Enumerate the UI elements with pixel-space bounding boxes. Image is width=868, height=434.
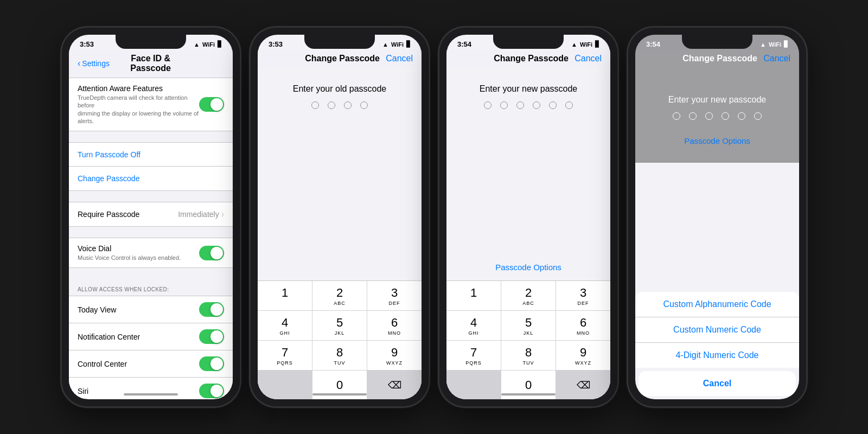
require-passcode-right: Immediately	[178, 209, 224, 219]
key-9-2[interactable]: 9 WXYZ	[367, 341, 422, 370]
nav-bar-2: Change Passcode Cancel	[258, 50, 422, 68]
time-4: 3:54	[646, 40, 660, 48]
nav-bar-1: ‹ Settings Face ID & Passcode	[69, 50, 233, 78]
require-passcode-item[interactable]: Require Passcode Immediately	[69, 202, 233, 226]
key-1-2[interactable]: 1	[258, 281, 312, 310]
passcode-options-link-4[interactable]: Passcode Options	[684, 136, 750, 145]
custom-numeric-item[interactable]: Custom Numeric Code	[635, 317, 799, 343]
dot-3-6	[565, 101, 573, 109]
dot-3-3	[516, 101, 524, 109]
key-5-2[interactable]: 5 JKL	[312, 311, 367, 340]
notification-center-item: Notification Center	[69, 323, 233, 350]
battery-icon-2: ▊	[406, 41, 411, 48]
key-2-2[interactable]: 2 ABC	[312, 281, 367, 310]
change-passcode-title: Change Passcode	[78, 174, 139, 183]
key-7-2[interactable]: 7 PQRS	[258, 341, 312, 370]
siri-toggle[interactable]	[199, 384, 224, 398]
locked-section-header: ALLOW ACCESS WHEN LOCKED:	[69, 279, 233, 296]
nav-bar-3: Change Passcode Cancel	[446, 50, 610, 68]
dot-2-2	[328, 101, 335, 109]
control-center-item: Control Center	[69, 350, 233, 378]
attention-toggle[interactable]	[199, 97, 224, 112]
cancel-button-4[interactable]: Cancel	[763, 54, 790, 63]
dot-3-2	[500, 101, 508, 109]
passcode-options-link-3[interactable]: Passcode Options	[495, 263, 561, 272]
signal-icon-2: ▲	[382, 41, 388, 48]
key-4-2[interactable]: 4 GHI	[258, 311, 312, 340]
voice-dial-left: Voice Dial Music Voice Control is always…	[78, 244, 199, 261]
passcode-prompt-2: Enter your old passcode	[282, 84, 398, 94]
wifi-icon-2: WiFi	[391, 41, 404, 48]
passcode-dots-3	[484, 101, 573, 109]
options-list-4: Custom Alphanumeric Code Custom Numeric …	[635, 292, 799, 368]
attention-subtitle: TrueDepth camera will check for attentio…	[78, 94, 199, 125]
iphone-1-screen: 3:53 ▲ WiFi ▊ ‹ Settings Face ID & Passc…	[69, 35, 233, 399]
back-label-1[interactable]: Settings	[82, 59, 110, 68]
battery-icon-1: ▊	[218, 41, 222, 48]
dot-4-1	[673, 112, 680, 120]
status-icons-4: ▲ WiFi ▊	[760, 41, 788, 48]
options-sheet-4: Custom Alphanumeric Code Custom Numeric …	[635, 292, 799, 399]
dot-4-6	[754, 112, 762, 120]
passcode-group: Turn Passcode Off Change Passcode	[69, 142, 233, 191]
today-view-toggle[interactable]	[199, 302, 224, 317]
key-6-3[interactable]: 6 MNO	[556, 311, 610, 340]
require-passcode-title: Require Passcode	[78, 210, 139, 219]
nav-title-2: Change Passcode	[305, 54, 380, 63]
attention-item: Attention Aware Features TrueDepth camer…	[69, 78, 233, 131]
wifi-icon-1: WiFi	[202, 41, 215, 48]
notification-center-toggle[interactable]	[199, 329, 224, 344]
key-delete-2[interactable]: ⌫	[367, 371, 422, 399]
battery-icon-4: ▊	[784, 41, 788, 48]
iphone-4: 3:54 ▲ WiFi ▊ Change Passcode Cancel Ent…	[628, 27, 807, 407]
options-cancel-item[interactable]: Cancel	[639, 371, 796, 396]
nav-title-3: Change Passcode	[494, 54, 569, 63]
today-view-title: Today View	[78, 305, 116, 314]
key-delete-3[interactable]: ⌫	[556, 371, 610, 399]
locked-group: Today View Notification Center Control C…	[69, 296, 233, 399]
key-9-3[interactable]: 9 WXYZ	[556, 341, 610, 370]
dot-3-4	[533, 101, 540, 109]
notch-4	[682, 35, 752, 49]
iphone-2-screen: 3:53 ▲ WiFi ▊ Change Passcode Cancel Ent…	[258, 35, 422, 399]
signal-icon-1: ▲	[194, 41, 200, 48]
key-8-2[interactable]: 8 TUV	[312, 341, 367, 370]
key-8-3[interactable]: 8 TUV	[501, 341, 556, 370]
phones-container: 3:53 ▲ WiFi ▊ ‹ Settings Face ID & Passc…	[61, 27, 807, 407]
control-center-title: Control Center	[78, 360, 127, 368]
key-3-2[interactable]: 3 DEF	[367, 281, 422, 310]
notch-2	[304, 35, 375, 49]
back-button-1[interactable]: ‹ Settings	[78, 59, 110, 68]
settings-content-1: Attention Aware Features TrueDepth camer…	[69, 78, 233, 399]
key-4-3[interactable]: 4 GHI	[446, 311, 501, 340]
custom-alphanumeric-item[interactable]: Custom Alphanumeric Code	[635, 292, 799, 317]
attention-title: Attention Aware Features	[78, 84, 199, 93]
key-5-3[interactable]: 5 JKL	[501, 311, 556, 340]
voice-dial-toggle[interactable]	[199, 246, 224, 260]
numpad-2: 1 2 ABC 3 DEF 4 GHI	[258, 280, 422, 399]
four-digit-numeric-item[interactable]: 4-Digit Numeric Code	[635, 343, 799, 368]
wifi-icon-4: WiFi	[769, 41, 781, 48]
require-passcode-group: Require Passcode Immediately	[69, 202, 233, 227]
status-icons-3: ▲ WiFi ▊	[571, 41, 599, 48]
key-empty-2	[258, 371, 312, 399]
attention-left: Attention Aware Features TrueDepth camer…	[78, 84, 199, 125]
cancel-button-3[interactable]: Cancel	[575, 54, 602, 63]
turn-passcode-off-item[interactable]: Turn Passcode Off	[69, 143, 233, 167]
cancel-button-2[interactable]: Cancel	[386, 54, 413, 63]
notch-1	[116, 35, 186, 49]
key-2-3[interactable]: 2 ABC	[501, 281, 556, 310]
signal-icon-3: ▲	[571, 41, 577, 48]
signal-icon-4: ▲	[760, 41, 766, 48]
key-1-3[interactable]: 1	[446, 281, 501, 310]
key-7-3[interactable]: 7 PQRS	[446, 341, 501, 370]
dot-3-5	[549, 101, 557, 109]
control-center-toggle[interactable]	[199, 356, 224, 371]
key-3-3[interactable]: 3 DEF	[556, 281, 610, 310]
time-2: 3:53	[269, 40, 283, 48]
dot-2-4	[360, 101, 368, 109]
change-passcode-item[interactable]: Change Passcode	[69, 167, 233, 190]
iphone-1: 3:53 ▲ WiFi ▊ ‹ Settings Face ID & Passc…	[61, 27, 240, 407]
numpad-3: 1 2 ABC 3 DEF 4 GHI	[446, 280, 610, 399]
key-6-2[interactable]: 6 MNO	[367, 311, 422, 340]
